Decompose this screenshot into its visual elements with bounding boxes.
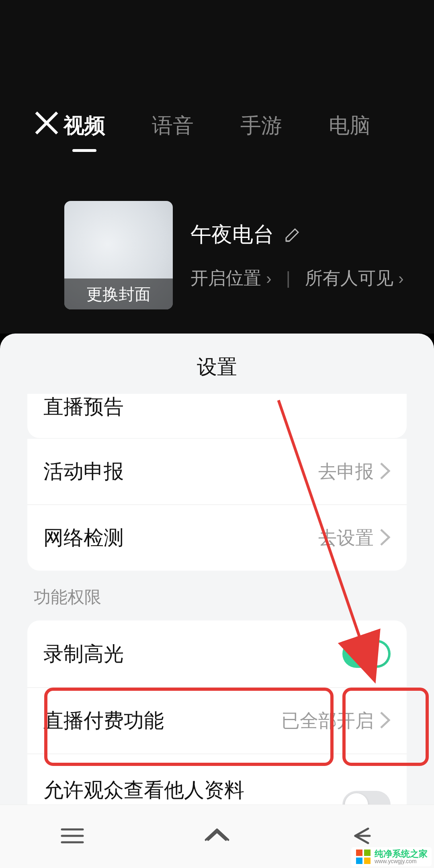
svg-rect-9 — [356, 858, 362, 864]
stream-info: 更换封面 午夜电台 开启位置 › | 所有人可见 › — [64, 201, 404, 309]
settings-scroll[interactable]: 直播预告 活动申报 去申报 网络检测 去设置 功能权限 录制高光 直播付 — [27, 394, 407, 868]
watermark: 纯净系统之家 www.ycwgjy.com — [351, 847, 432, 866]
visibility-setting[interactable]: 所有人可见 › — [305, 266, 404, 290]
chevron-right-icon — [379, 711, 391, 731]
watermark-url: www.ycwgjy.com — [375, 858, 428, 864]
row-activity-report[interactable]: 活动申报 去申报 — [27, 439, 407, 504]
tab-video[interactable]: 视频 — [63, 112, 105, 140]
watermark-text: 纯净系统之家 — [375, 850, 428, 858]
sheet-title: 设置 — [0, 334, 434, 397]
tab-label: 手游 — [240, 114, 282, 137]
row-value: 已全部开启 — [281, 708, 374, 733]
chevron-right-icon — [379, 462, 391, 482]
chevron-right-icon — [379, 528, 391, 548]
stream-title: 午夜电台 — [190, 221, 274, 249]
stream-setup-screen: 视频 语音 手游 电脑 更换封面 午夜电台 开启位置 › | 所有人可见 › — [0, 0, 434, 334]
tab-mobile-game[interactable]: 手游 — [240, 112, 282, 140]
tab-underline — [72, 149, 96, 152]
svg-rect-7 — [356, 850, 362, 856]
row-record-highlight[interactable]: 录制高光 — [27, 620, 407, 687]
row-stream-preview[interactable]: 直播预告 — [27, 394, 407, 438]
row-label: 网络检测 — [43, 524, 318, 551]
row-label: 直播付费功能 — [43, 707, 281, 734]
location-setting[interactable]: 开启位置 › — [190, 266, 272, 290]
row-value: 去设置 — [318, 526, 374, 551]
stream-title-row[interactable]: 午夜电台 — [190, 221, 404, 249]
cover-image[interactable]: 更换封面 — [64, 201, 173, 309]
row-value: 去申报 — [318, 459, 374, 484]
watermark-logo-icon — [355, 849, 371, 865]
toggle-record-highlight[interactable] — [342, 640, 391, 668]
chevron-right-icon: › — [266, 270, 271, 287]
row-label: 录制高光 — [43, 641, 342, 667]
settings-group-general: 活动申报 去申报 网络检测 去设置 — [27, 439, 407, 571]
nav-home-button[interactable] — [202, 824, 232, 850]
edit-icon — [284, 226, 301, 244]
svg-rect-10 — [364, 858, 371, 864]
tab-label: 电脑 — [329, 114, 371, 137]
tab-pc[interactable]: 电脑 — [329, 112, 371, 140]
tab-audio[interactable]: 语音 — [152, 112, 194, 140]
row-label: 允许观众查看他人资料 — [43, 777, 342, 804]
row-label: 直播预告 — [43, 394, 124, 420]
nav-back-button[interactable] — [346, 824, 377, 850]
tab-label: 语音 — [152, 114, 194, 137]
section-label-permissions: 功能权限 — [27, 571, 407, 620]
change-cover-label: 更换封面 — [64, 278, 173, 309]
chevron-right-icon: › — [398, 270, 403, 287]
row-network-check[interactable]: 网络检测 去设置 — [27, 504, 407, 571]
divider: | — [280, 268, 297, 288]
nav-recent-button[interactable] — [57, 824, 88, 850]
tab-label: 视频 — [63, 114, 105, 137]
settings-sheet: 设置 直播预告 活动申报 去申报 网络检测 去设置 功能权限 录制高光 — [0, 334, 434, 868]
stream-type-tabs: 视频 语音 手游 电脑 — [0, 112, 434, 140]
row-label: 活动申报 — [43, 458, 318, 485]
svg-rect-8 — [364, 850, 371, 856]
row-paid-features[interactable]: 直播付费功能 已全部开启 — [27, 687, 407, 753]
